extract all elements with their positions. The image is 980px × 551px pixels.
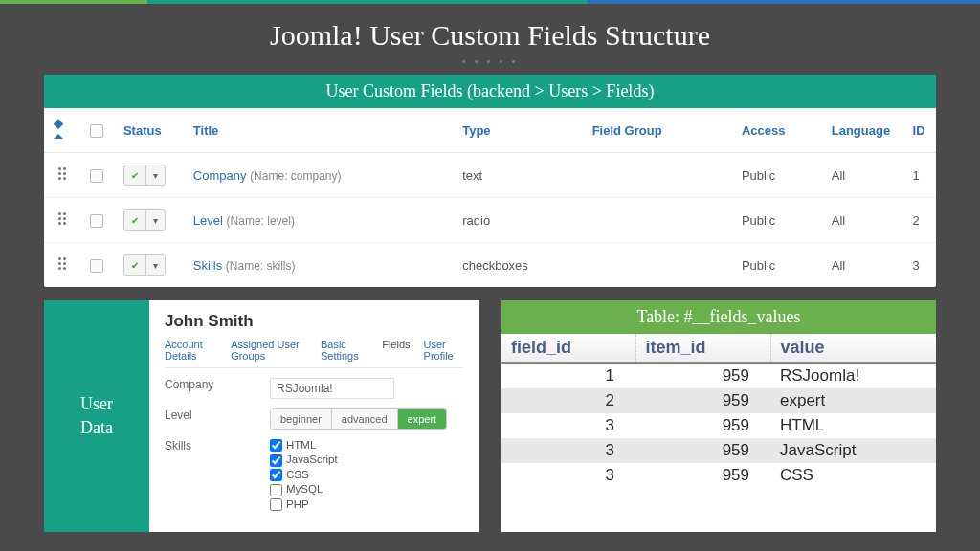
slide-title: Joomla! User Custom Fields Structure	[0, 4, 980, 55]
skill-checkbox[interactable]	[270, 439, 282, 452]
col-lang[interactable]: Language	[822, 108, 903, 153]
slide-dots: • • • • •	[0, 55, 980, 67]
db-row: 3959CSS	[501, 463, 936, 488]
caret-down-icon: ▾	[146, 165, 165, 185]
company-label: Company	[165, 378, 270, 391]
skill-checkbox[interactable]	[270, 469, 282, 481]
level-option-beginner[interactable]: beginner	[271, 409, 332, 429]
skill-mysql[interactable]: MySQL	[270, 483, 463, 496]
caret-down-icon: ▾	[146, 255, 165, 275]
db-cell: 959	[635, 438, 770, 463]
user-tabs: Account DetailsAssigned User GroupsBasic…	[165, 339, 463, 368]
db-row: 3959JavaScript	[501, 438, 936, 463]
tab-user-profile[interactable]: User Profile	[424, 339, 463, 362]
db-col-field_id: field_id	[501, 334, 635, 363]
skill-checkbox[interactable]	[270, 454, 282, 467]
fields-panel-header: User Custom Fields (backend > Users > Fi…	[44, 75, 936, 108]
field-machine-name: (Name: company)	[250, 169, 341, 183]
field-machine-name: (Name: skills)	[226, 259, 296, 273]
db-cell: 959	[635, 413, 770, 438]
access-cell: Public	[732, 243, 822, 288]
skill-html[interactable]: HTML	[270, 439, 463, 452]
col-status[interactable]: Status	[114, 108, 184, 153]
col-access[interactable]: Access	[732, 108, 822, 153]
db-cell: 1	[501, 363, 635, 388]
table-row: ✔▾Company (Name: company)textPublicAll1	[44, 153, 936, 198]
group-cell	[583, 243, 732, 288]
drag-handle[interactable]	[44, 243, 80, 288]
col-title[interactable]: Title	[184, 108, 453, 153]
lang-cell: All	[822, 198, 903, 243]
db-panel: Table: #__fields_values field_iditem_idv…	[501, 300, 936, 532]
db-cell: 959	[635, 388, 770, 413]
sort-header[interactable]: ◆	[44, 108, 80, 153]
db-col-value: value	[770, 334, 936, 363]
caret-down-icon: ▾	[146, 210, 165, 230]
type-cell: radio	[453, 198, 582, 243]
check-icon: ✔	[124, 255, 146, 275]
lang-cell: All	[822, 243, 903, 288]
id-cell: 3	[903, 243, 936, 288]
db-cell: 959	[635, 463, 770, 488]
status-cell[interactable]: ✔▾	[114, 198, 184, 243]
tab-basic-settings[interactable]: Basic Settings	[321, 339, 368, 362]
db-row: 1959RSJoomla!	[501, 363, 936, 388]
type-cell: text	[453, 153, 582, 198]
level-button-group: beginneradvancedexpert	[270, 408, 447, 430]
access-cell: Public	[732, 153, 822, 198]
db-cell: expert	[770, 388, 936, 413]
db-cell: 959	[635, 363, 770, 388]
drag-handle[interactable]	[44, 198, 80, 243]
skill-checkbox[interactable]	[270, 498, 282, 511]
company-input[interactable]	[270, 378, 394, 399]
field-title-link[interactable]: Skills	[193, 258, 222, 273]
tab-assigned-user-groups[interactable]: Assigned User Groups	[231, 339, 307, 362]
level-label: Level	[165, 408, 270, 422]
skills-label: Skills	[165, 439, 270, 452]
level-option-advanced[interactable]: advanced	[332, 409, 398, 429]
group-cell	[583, 153, 732, 198]
check-icon: ✔	[124, 210, 146, 230]
db-cell: CSS	[770, 463, 936, 488]
field-title-link[interactable]: Level	[193, 213, 223, 228]
drag-handle[interactable]	[44, 153, 80, 198]
db-cell: 3	[501, 438, 635, 463]
id-cell: 1	[903, 153, 936, 198]
access-cell: Public	[732, 198, 822, 243]
tab-account-details[interactable]: Account Details	[165, 339, 217, 362]
level-option-expert[interactable]: expert	[398, 409, 447, 429]
col-group[interactable]: Field Group	[583, 108, 732, 153]
db-table: field_iditem_idvalue 1959RSJoomla!2959ex…	[501, 334, 936, 488]
col-type[interactable]: Type	[453, 108, 582, 153]
db-cell: RSJoomla!	[770, 363, 936, 388]
status-cell[interactable]: ✔▾	[114, 243, 184, 288]
tab-fields[interactable]: Fields	[382, 339, 410, 362]
row-checkbox[interactable]	[80, 153, 114, 198]
fields-table: ◆ Status Title Type Field Group Access L…	[44, 108, 936, 287]
db-col-item_id: item_id	[635, 334, 770, 363]
check-icon: ✔	[124, 165, 146, 185]
lang-cell: All	[822, 153, 903, 198]
skill-css[interactable]: CSS	[270, 469, 463, 481]
field-title-link[interactable]: Company	[193, 168, 247, 183]
col-id[interactable]: ID	[903, 108, 936, 153]
db-header: Table: #__fields_values	[501, 300, 936, 334]
table-row: ✔▾Level (Name: level)radioPublicAll2	[44, 198, 936, 243]
db-cell: JavaScript	[770, 438, 936, 463]
type-cell: checkboxes	[453, 243, 582, 288]
user-side-label: UserData	[44, 300, 149, 532]
row-checkbox[interactable]	[80, 243, 114, 288]
group-cell	[583, 198, 732, 243]
db-row: 2959expert	[501, 388, 936, 413]
db-row: 3959HTML	[501, 413, 936, 438]
skill-checkbox[interactable]	[270, 484, 282, 496]
skill-javascript[interactable]: JavaScript	[270, 453, 463, 466]
row-checkbox[interactable]	[80, 198, 114, 243]
db-cell: 3	[501, 413, 635, 438]
select-all-header[interactable]	[80, 108, 114, 153]
skill-php[interactable]: PHP	[270, 498, 463, 511]
skills-list: HTMLJavaScriptCSSMySQLPHP	[270, 439, 463, 513]
fields-panel: User Custom Fields (backend > Users > Fi…	[44, 75, 936, 287]
status-cell[interactable]: ✔▾	[114, 153, 184, 198]
user-name: John Smith	[165, 312, 463, 331]
